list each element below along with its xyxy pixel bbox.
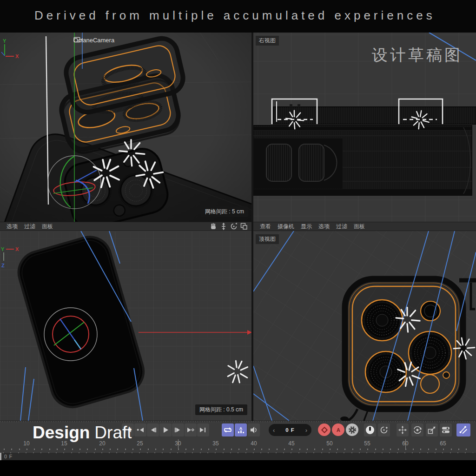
bottom-spacer <box>0 460 476 476</box>
top-banner: Derived from multiple accumulated experi… <box>0 0 476 33</box>
ruler-number: 50 <box>326 440 332 447</box>
rotate-view-icon[interactable] <box>230 223 238 230</box>
play-button[interactable] <box>159 423 172 436</box>
range-ticks <box>3 452 473 453</box>
ruler-frame-ticks <box>4 449 473 450</box>
menu-options[interactable]: 选项 <box>7 223 18 231</box>
next-frame-button[interactable] <box>172 423 184 436</box>
svg-text:X: X <box>15 53 19 59</box>
menu-filter[interactable]: 过滤 <box>336 223 347 231</box>
parameter-toggle-button[interactable] <box>440 423 452 436</box>
flash <box>421 301 440 321</box>
viewport-menubar-right: 查看 摄像机 显示 选项 过滤 面板 <box>253 222 476 231</box>
menu-panel[interactable]: 面板 <box>354 223 365 231</box>
menu-display[interactable]: 显示 <box>301 223 312 231</box>
gear-icon <box>348 426 357 434</box>
scale-toggle-button[interactable] <box>426 423 438 436</box>
toolbar-tick-strip <box>0 421 476 422</box>
ruler-number: 10 <box>23 440 29 447</box>
ruler-number: 35 <box>212 440 218 447</box>
frame-increment[interactable]: › <box>305 427 307 433</box>
ruler-number: 40 <box>251 440 257 447</box>
menu-options[interactable]: 选项 <box>318 223 330 231</box>
view-name-badge[interactable]: 顶视图 <box>256 234 279 244</box>
range-start-label: 0 F <box>4 454 13 459</box>
viewport-front-view[interactable]: Y X Z 网格间距 : 0.5 cm <box>0 231 251 421</box>
lens-bottom-left <box>365 351 406 392</box>
scale-tool-icon <box>428 426 436 434</box>
design-draft-watermark: DesignDraft <box>33 423 132 443</box>
ruler-number: 65 <box>440 440 446 447</box>
autokey-button[interactable]: A <box>332 423 344 436</box>
view-name-badge[interactable]: 右视图 <box>256 36 279 46</box>
grid-spacing-label: 网格间距 : 0.5 cm <box>195 404 247 415</box>
frame-decrement[interactable]: ‹ <box>273 427 275 433</box>
rotation-toggle-button[interactable] <box>411 423 423 436</box>
current-frame-field[interactable]: ‹ 0 F › <box>269 424 311 436</box>
axis-gizmo: Y X Z <box>0 245 23 271</box>
svg-text:A: A <box>337 427 340 433</box>
pla-toggle-button[interactable] <box>456 423 470 436</box>
hand-icon[interactable] <box>210 223 217 230</box>
svg-text:A: A <box>239 426 243 431</box>
front-view-scene <box>0 231 251 421</box>
animation-toolbar: A ‹ 0 F › A <box>0 421 476 439</box>
menu-filter[interactable]: 过滤 <box>24 223 35 231</box>
prev-key-button[interactable] <box>134 423 146 436</box>
record-keyframe-button[interactable] <box>318 423 331 436</box>
menu-view[interactable]: 查看 <box>260 223 271 231</box>
sound-button[interactable] <box>248 423 260 436</box>
rotation-key-icon <box>380 426 388 434</box>
frame-value: 0 F <box>285 427 295 433</box>
autoplay-mode-button[interactable]: A <box>235 423 247 436</box>
rotate-tool-icon <box>413 426 422 434</box>
axis-gizmo: Y X <box>0 37 20 61</box>
menu-camera[interactable]: 摄像机 <box>278 223 294 231</box>
pan-icon[interactable] <box>220 223 227 230</box>
menu-panel[interactable]: 面板 <box>42 223 53 231</box>
maximize-icon[interactable] <box>240 223 248 230</box>
design-draft-watermark-cn: 设计草稿图 <box>372 45 463 66</box>
top-view-scene <box>253 231 476 421</box>
keyframe-options-button[interactable] <box>346 423 358 436</box>
lidar-sensor <box>421 375 439 393</box>
move-tool-icon <box>398 426 407 434</box>
parameter-toggle-icon <box>441 426 450 434</box>
ruler-number: 45 <box>288 440 294 447</box>
ruler-number: 55 <box>364 440 370 447</box>
viewport-menubar-left: 选项 过滤 面板 <box>0 222 251 231</box>
prev-frame-button[interactable] <box>147 423 159 436</box>
next-key-button[interactable] <box>185 423 197 436</box>
svg-text:X: X <box>15 246 19 252</box>
banner-title: Derived from multiple accumulated experi… <box>34 8 436 23</box>
viewport-right-view[interactable]: 右视图 设计草稿图 <box>253 33 476 222</box>
svg-text:Y: Y <box>3 38 7 44</box>
c4d-application-window: Derived from multiple accumulated experi… <box>0 0 476 476</box>
camera-icon <box>73 37 84 43</box>
viewport-top-view[interactable]: 顶视图 <box>253 231 476 421</box>
range-start-handle[interactable] <box>0 453 1 460</box>
record-mouse-icon <box>365 425 375 435</box>
lens-top-left <box>362 300 403 341</box>
position-toggle-button[interactable] <box>397 423 409 436</box>
timeline-range-bar[interactable]: 0 F <box>0 452 476 460</box>
loop-playback-button[interactable] <box>222 423 234 436</box>
svg-text:Y: Y <box>1 246 5 252</box>
perspective-scene <box>0 33 251 222</box>
pla-icon <box>459 426 468 434</box>
svg-text:Z: Z <box>1 263 5 268</box>
rotation-key-button[interactable] <box>378 423 390 436</box>
viewport-divider <box>251 33 253 421</box>
lens-right <box>409 331 451 374</box>
viewport-perspective[interactable]: OctaneCamera Y X 网格间距 : 5 cm <box>0 33 251 222</box>
object-gizmo[interactable] <box>44 308 97 361</box>
ruler-number: 25 <box>137 440 143 447</box>
camera-name-label[interactable]: OctaneCamera <box>73 37 114 44</box>
record-objects-button[interactable] <box>364 423 376 436</box>
goto-end-button[interactable] <box>197 423 209 436</box>
grid-spacing-label: 网格间距 : 5 cm <box>201 206 248 217</box>
microphone-hole <box>443 372 450 378</box>
